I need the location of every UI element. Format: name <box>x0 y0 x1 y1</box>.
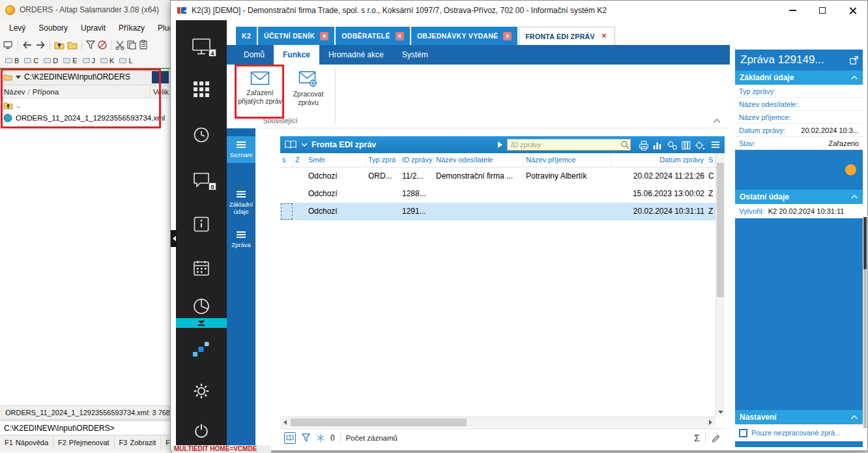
sidebar-item-messages[interactable]: 0 <box>176 171 227 189</box>
column-header[interactable]: S <box>706 153 716 167</box>
sidebar-item-history[interactable] <box>176 126 227 144</box>
computer-icon[interactable] <box>3 39 14 51</box>
chevron-up-icon[interactable] <box>850 76 858 80</box>
file-row-xml[interactable]: ORDERS_11_2024_1_12923556593734.xml <box>0 111 170 124</box>
play-arrow-icon[interactable] <box>498 141 502 148</box>
close-button[interactable] <box>837 1 867 20</box>
chevron-down-icon[interactable] <box>16 76 21 79</box>
table-row-selected[interactable]: Odchozí 1291... 20.02.2024 10:31:11 Z <box>280 203 725 220</box>
column-header[interactable]: Směr <box>306 153 366 167</box>
sum-icon[interactable]: Σ <box>694 433 700 443</box>
view-tab-seznam[interactable]: Seznam <box>227 136 255 163</box>
ribbon-tab-system[interactable]: Systém <box>393 45 437 65</box>
detail-field[interactable]: Typ zprávy: <box>735 85 863 98</box>
tab-objednavky-vydane[interactable]: OBJEDNÁVKY VYDANÉ× <box>411 27 518 45</box>
snowflake-icon[interactable] <box>316 433 325 443</box>
ribbon-collapse-button[interactable] <box>713 119 721 124</box>
drive-l[interactable]: L <box>118 56 134 65</box>
column-header[interactable]: Typ zprá <box>366 153 400 167</box>
grid-menu-icon[interactable] <box>711 140 720 149</box>
table-row[interactable]: Odchozí ORD... 11/2... Demonstrační firm… <box>280 168 725 185</box>
chart-icon[interactable] <box>652 140 663 151</box>
view-tab-zakladni-udaje[interactable]: Základní údaje <box>227 186 255 220</box>
salamander-titlebar[interactable]: ORDERS - Altap Salamander 3.08 (x64) <box>0 0 171 20</box>
sidebar-item-desktop[interactable]: 4 <box>176 37 227 55</box>
fkey-f4[interactable]: F4U <box>161 435 170 450</box>
sidebar-expand-more[interactable] <box>176 318 227 328</box>
column-name[interactable]: Název <box>4 88 25 96</box>
ribbon-tab-funkce[interactable]: Funkce <box>274 45 319 65</box>
section-header-basic[interactable]: Základní údaje <box>735 70 863 85</box>
chevron-up-icon[interactable] <box>850 415 858 420</box>
detail-field[interactable]: Název odesílatele: <box>735 98 863 111</box>
fkey-f1[interactable]: F1Nápověda <box>0 435 53 450</box>
gear-settings-icon[interactable] <box>694 140 706 151</box>
scroll-down-icon[interactable] <box>718 411 723 414</box>
horizontal-scrollbar[interactable] <box>280 416 716 427</box>
open-external-icon[interactable] <box>849 55 859 65</box>
deselect-icon[interactable] <box>97 40 108 50</box>
book-view-toggle[interactable] <box>284 432 296 444</box>
k2-titlebar[interactable]: K2(3) [DEMO] - Demonstrační firma Trade,… <box>171 1 867 20</box>
sidebar-item-modules[interactable] <box>176 81 227 98</box>
detail-field[interactable]: Stav:Zařazeno <box>735 137 863 150</box>
filter-icon[interactable] <box>85 40 96 50</box>
salamander-command-line[interactable]: C:\K2EDINEW\Input\ORDERS> <box>0 420 170 435</box>
menu-levy[interactable]: Levý <box>3 22 32 35</box>
tab-k2[interactable]: K2 <box>236 27 257 45</box>
paste-icon[interactable] <box>138 40 149 50</box>
book-icon[interactable] <box>284 139 297 150</box>
menu-soubory[interactable]: Soubory <box>32 22 74 35</box>
close-icon[interactable]: × <box>600 32 609 40</box>
detail-field[interactable]: Název příjemce: <box>735 111 863 124</box>
print-icon[interactable] <box>638 140 650 151</box>
column-header[interactable]: Název odesílatele <box>434 153 524 167</box>
settings-checkbox-row[interactable]: Pouze nezpracované zprá... <box>735 424 863 441</box>
scrollbar-thumb[interactable] <box>717 163 724 297</box>
drive-c[interactable]: C <box>23 56 40 65</box>
ribbon-tab-hromadne-akce[interactable]: Hromadné akce <box>319 45 393 65</box>
drive-e[interactable]: E <box>62 56 78 65</box>
column-ext[interactable]: Přípona <box>33 88 59 96</box>
button-zarazeni-prijatych-zprav[interactable]: Zařazení přijatých zpráv <box>237 67 283 117</box>
column-size[interactable]: Velik <box>150 85 169 98</box>
search-input[interactable] <box>507 139 631 151</box>
sidebar-item-power[interactable] <box>176 422 227 440</box>
columns-icon[interactable] <box>681 140 691 151</box>
back-icon[interactable] <box>22 39 33 51</box>
column-header[interactable]: ID zprávy <box>400 153 434 167</box>
checkbox[interactable] <box>739 429 747 437</box>
section-header-other[interactable]: Ostatní údaje <box>735 190 863 204</box>
parent-folder-icon[interactable] <box>53 39 65 51</box>
scrollbar-thumb[interactable] <box>863 217 867 269</box>
column-header[interactable]: Datum zprávy <box>611 153 706 167</box>
salamander-path-bar[interactable]: C:\K2EDINEW\Input\ORDERS <box>0 69 170 85</box>
tab-ucetni-denik[interactable]: ÚČETNÍ DENÍK× <box>258 27 334 45</box>
forward-icon[interactable] <box>35 39 46 51</box>
drive-b[interactable]: B <box>4 56 20 65</box>
sidebar-item-reports[interactable] <box>176 297 227 316</box>
minimize-button[interactable] <box>777 1 807 20</box>
column-header[interactable]: Z <box>293 153 306 167</box>
copy-icon[interactable] <box>126 40 137 50</box>
gears-icon[interactable] <box>667 140 678 151</box>
detail-field[interactable]: Vytvořil: K2 20.02.2024 10:31:11 <box>735 204 863 218</box>
close-icon[interactable]: × <box>320 32 328 40</box>
sidebar-item-analytics[interactable] <box>176 341 227 358</box>
drive-j[interactable]: J <box>81 56 97 65</box>
menu-upravit[interactable]: Upravit <box>74 22 112 35</box>
fkey-f3[interactable]: F3Zobrazit <box>115 435 162 450</box>
scrollbar-thumb[interactable] <box>291 418 467 426</box>
scroll-left-icon[interactable] <box>283 420 287 425</box>
table-row[interactable]: Odchozí 1288... 15.06.2023 13:00:02 Z <box>280 185 725 203</box>
file-row-updir[interactable]: .. <box>0 98 170 111</box>
scroll-right-icon[interactable] <box>709 420 712 425</box>
fkey-f2[interactable]: F2Přejmenovat <box>53 435 115 450</box>
tab-odberatele[interactable]: ODBĚRATELÉ× <box>336 27 410 45</box>
sidebar-item-info[interactable] <box>176 216 227 233</box>
detail-field[interactable]: Datum zprávy:20.02.2024 10:3... <box>735 124 863 137</box>
panel-switch-box[interactable] <box>152 71 169 83</box>
menu-prikazy[interactable]: Příkazy <box>112 22 151 35</box>
drive-k[interactable]: K <box>99 56 115 65</box>
maximize-button[interactable] <box>807 1 837 20</box>
